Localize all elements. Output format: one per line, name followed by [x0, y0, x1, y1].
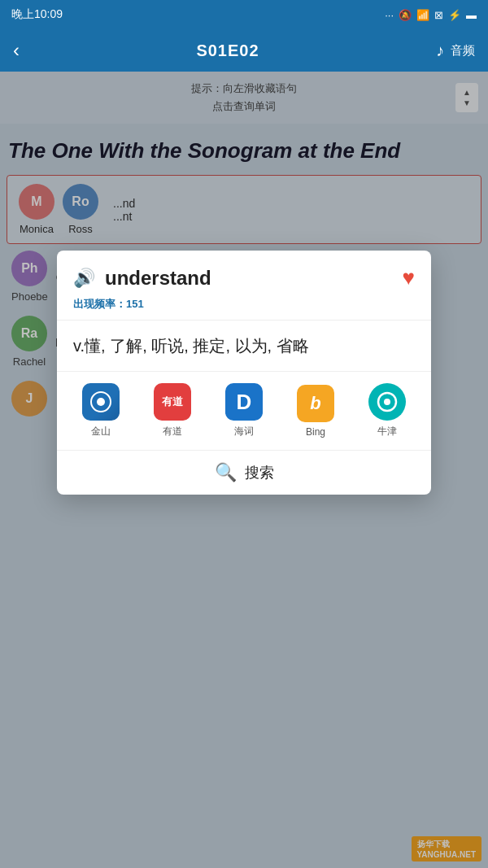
nav-title: S01E02 [196, 41, 259, 60]
youdao-icon: 有道 [154, 383, 191, 421]
dict-jinshan[interactable]: 金山 [82, 383, 120, 438]
bing-label: Bing [306, 426, 325, 438]
back-button[interactable]: ‹ [13, 39, 20, 62]
niujin-icon [368, 383, 406, 421]
haici-label: 海词 [234, 425, 254, 438]
freq-label: 出现频率： [73, 298, 126, 310]
word-popup: 🔊 understand ♥ 出现频率：151 v.懂, 了解, 听说, 推定,… [57, 251, 431, 495]
search-label: 搜索 [245, 463, 274, 482]
status-time: 晚上10:09 [11, 7, 63, 22]
haici-icon: D [225, 383, 263, 421]
mute-icon: 🔕 [399, 9, 412, 21]
status-icons: ··· 🔕 📶 ⊠ ⚡ ▬ [385, 9, 477, 21]
dict-bing[interactable]: b Bing [297, 385, 334, 438]
dict-haici[interactable]: D 海词 [225, 383, 263, 438]
main-content: 提示：向左滑收藏语句 点击查询单词 ▲ ▼ The One With the S… [0, 72, 488, 868]
search-icon: 🔍 [215, 462, 237, 483]
popup-overlay: 🔊 understand ♥ 出现频率：151 v.懂, 了解, 听说, 推定,… [0, 72, 488, 868]
nav-bar: ‹ S01E02 ♪ 音频 [0, 29, 488, 72]
youdao-label: 有道 [163, 425, 182, 438]
svg-point-3 [384, 399, 390, 405]
search-row[interactable]: 🔍 搜索 [57, 451, 431, 495]
popup-dict-row: 金山 有道 有道 D 海词 b Bing [57, 372, 431, 451]
popup-definition: v.懂, 了解, 听说, 推定, 以为, 省略 [57, 321, 431, 372]
wifi-icon: 📶 [416, 9, 429, 21]
bing-icon: b [297, 385, 334, 422]
sound-icon[interactable]: 🔊 [73, 268, 95, 289]
music-icon[interactable]: ♪ [436, 41, 444, 60]
dict-niujin[interactable]: 牛津 [368, 383, 406, 438]
popup-word: understand [105, 267, 211, 290]
svg-point-1 [97, 398, 105, 406]
battery-icon: ▬ [466, 9, 477, 21]
jinshan-label: 金山 [91, 425, 111, 438]
popup-frequency: 出现频率：151 [57, 297, 431, 321]
freq-value: 151 [126, 298, 144, 310]
screen-icon: ⊠ [434, 9, 443, 21]
nav-right: ♪ 音频 [436, 41, 475, 60]
favorite-button[interactable]: ♥ [403, 265, 415, 290]
status-bar: 晚上10:09 ··· 🔕 📶 ⊠ ⚡ ▬ [0, 0, 488, 29]
dict-youdao[interactable]: 有道 有道 [154, 383, 191, 438]
popup-word-row: 🔊 understand ♥ [57, 251, 431, 297]
popup-word-left: 🔊 understand [73, 267, 211, 290]
jinshan-icon [82, 383, 120, 421]
signal-icon: ··· [385, 9, 394, 21]
charge-icon: ⚡ [448, 9, 461, 21]
niujin-label: 牛津 [377, 425, 397, 438]
audio-label[interactable]: 音频 [451, 43, 475, 59]
